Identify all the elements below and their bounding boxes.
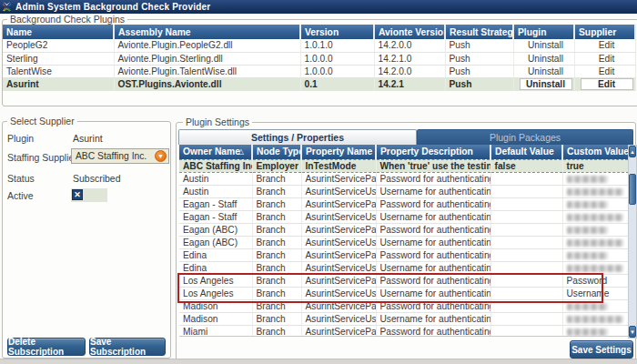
settings-row[interactable]: MadisonBranchAsurintServiceUsern...Usern… [179,312,629,325]
scroll-up-icon[interactable]: ▲ [629,146,636,157]
sort-ascending-icon: △ [238,147,244,156]
settings-scrollbar[interactable]: ▲ ▼ [628,145,637,339]
uninstall-button[interactable]: Uninstall [513,65,574,77]
active-field-label: Active [7,190,34,201]
plugins-col-header[interactable]: Plugin [513,25,574,39]
uninstall-button[interactable]: Uninstall [513,39,574,52]
property-name-cell: AsurintServicePass... [301,325,376,337]
plugins-col-header[interactable]: Name [3,25,114,39]
owner-name-cell: Eagan (ABC) [179,223,252,236]
owner-name-cell: Miami [179,325,252,337]
settings-row[interactable]: MadisonBranchAsurintServicePass...Passwo… [179,299,629,312]
tab-settings-properties[interactable]: Settings / Properties [178,129,417,145]
delete-subscription-button[interactable]: Delete Subscription [7,338,86,356]
settings-grid-container: Owner Name△Node TypeProperty NamePropert… [179,145,629,337]
scroll-down-icon[interactable]: ▼ [629,326,636,338]
property-description-cell: Username for authenticating with... [376,312,490,325]
edit-button[interactable]: Edit [581,78,633,90]
property-name-cell: AsurintServicePass... [301,274,376,287]
node-type-cell: Employer [252,159,301,172]
edit-button[interactable]: Edit [574,52,635,65]
version-cell: 1.0.0.0 [300,52,374,65]
default-value-cell [490,287,562,299]
plugins-row[interactable]: PeopleG2Avionte.Plugin.PeopleG2.dll1.0.1… [3,39,635,52]
plugins-col-header[interactable]: Supplier [574,25,635,39]
plugins-col-header[interactable]: Avionte Version [374,25,445,39]
node-type-cell: Branch [252,223,301,236]
custom-value-cell [562,325,629,337]
node-type-cell: Branch [252,185,301,197]
node-type-cell: Branch [252,248,301,261]
node-type-cell: Branch [252,299,301,312]
avionte-version-cell: 14.2.0.0 [374,39,445,52]
redacted-value [567,329,608,336]
staffing-supplier-value: ABC Staffing Inc. [76,151,147,161]
plugin-name-cell: Sterling [3,52,114,65]
node-type-cell: Branch [252,287,301,299]
settings-row[interactable]: Eagan (ABC)BranchAsurintServicePass...Pa… [179,223,629,236]
settings-col-header[interactable]: Node Type [252,145,301,159]
owner-name-cell: Edina [179,261,252,274]
default-value-cell: false [490,159,562,172]
save-subscription-button[interactable]: Save Subscription [89,338,166,356]
settings-row[interactable]: MiamiBranchAsurintServicePass...Password… [179,325,629,337]
settings-row[interactable]: Los AngelesBranchAsurintServiceUsern...U… [179,287,629,299]
settings-col-header[interactable]: Owner Name△ [179,145,252,159]
plugins-col-header[interactable]: Result Strategy [445,25,513,39]
custom-value-cell [562,197,629,210]
settings-row[interactable]: ABC Staffing Inc.EmployerInTestModeWhen … [179,159,629,172]
default-value-cell [490,325,562,337]
active-checkbox[interactable]: ✕ [72,189,83,200]
settings-row[interactable]: AustinBranchAsurintServiceUsern...Userna… [179,185,629,197]
settings-col-header[interactable]: Default Value [490,145,562,159]
owner-name-cell: Los Angeles [179,287,252,299]
uninstall-button[interactable]: Uninstall [513,52,574,65]
plugins-row[interactable]: TalentWiseAvionte.Plugin.TalentWise.dll1… [3,65,635,77]
redacted-value [567,176,608,183]
uninstall-button-cell: Uninstall [513,77,574,90]
dropdown-chevron-icon[interactable]: ▼ [155,150,167,162]
uninstall-button[interactable]: Uninstall [520,78,572,90]
edit-button[interactable]: Edit [574,65,635,77]
plugins-header-row: NameAssembly NameVersionAvionte VersionR… [3,25,635,39]
plugins-row[interactable]: SterlingAvionte.Plugin.Sterling.dll1.0.0… [3,52,635,65]
custom-value-cell [562,210,629,223]
property-name-cell: AsurintServicePass... [301,248,376,261]
settings-row[interactable]: EdinaBranchAsurintServicePass...Password… [179,248,629,261]
settings-row[interactable]: Los AngelesBranchAsurintServicePass...Pa… [179,274,629,287]
plugins-col-header[interactable]: Version [300,25,374,39]
plugins-col-header[interactable]: Assembly Name [114,25,300,39]
settings-col-header[interactable]: Property Description [376,145,490,159]
custom-value-cell: Username [562,287,629,299]
avionte-version-cell: 14.2.0.0 [374,65,445,77]
settings-row[interactable]: Eagan - StaffBranchAsurintServicePass...… [179,197,629,210]
window-bottom-strip [0,359,637,364]
property-description-cell: Username for authenticating with... [376,261,490,274]
settings-row[interactable]: AustinBranchAsurintServicePass...Passwor… [179,172,629,185]
save-settings-button[interactable]: Save Settings [570,340,633,359]
plugin-field-value: Asurint [73,133,103,144]
settings-col-header[interactable]: Custom Value [562,145,629,159]
owner-name-cell: Los Angeles [179,274,252,287]
tab-plugin-packages[interactable]: Plugin Packages [417,129,633,145]
default-value-cell [490,299,562,312]
result-strategy-cell: Push [445,39,513,52]
staffing-supplier-dropdown[interactable]: ABC Staffing Inc. ▼ [71,148,169,164]
assembly-name-cell: Avionte.Plugin.Sterling.dll [114,52,300,65]
settings-col-header[interactable]: Property Name [301,145,376,159]
settings-row[interactable]: Eagan (ABC)BranchAsurintServiceUsern...U… [179,236,629,248]
settings-row[interactable]: Eagan - StaffBranchAsurintServiceUsern..… [179,210,629,223]
property-description-cell: Password for authenticating with... [376,197,490,210]
plugins-grid: NameAssembly NameVersionAvionte VersionR… [3,25,636,91]
custom-value-cell [562,299,629,312]
redacted-value [567,252,608,259]
plugins-row[interactable]: AsurintOST.Plugins.Avionte.dll0.114.2.1P… [3,77,635,90]
settings-row[interactable]: EdinaBranchAsurintServiceUsern...Usernam… [179,261,629,274]
staffing-supplier-label: Staffing Supplier [7,152,77,163]
scrollbar-thumb[interactable] [629,174,636,205]
node-type-cell: Branch [252,197,301,210]
edit-button[interactable]: Edit [574,39,635,52]
node-type-cell: Branch [252,236,301,248]
owner-name-cell: Edina [179,248,252,261]
redacted-value [567,316,623,323]
